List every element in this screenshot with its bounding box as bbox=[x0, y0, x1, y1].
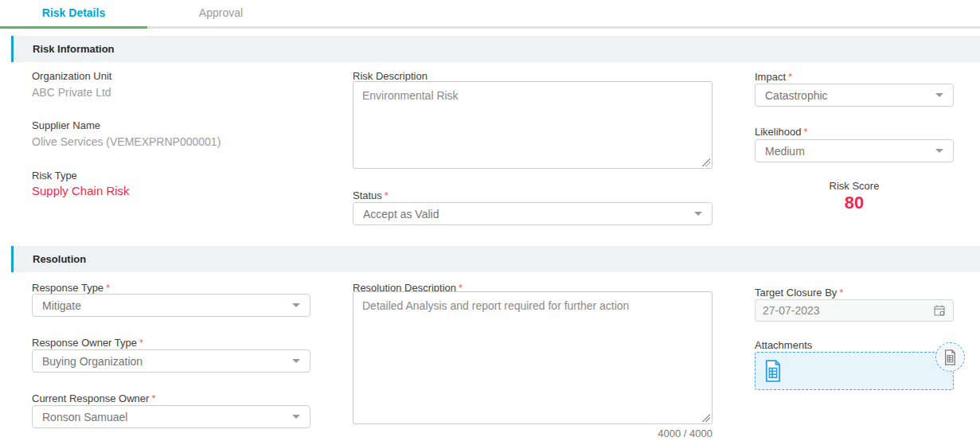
status-label-row: Status* bbox=[353, 188, 388, 202]
impact-select[interactable]: Catastrophic bbox=[755, 84, 954, 107]
tab-approval[interactable]: Approval bbox=[147, 0, 295, 26]
char-counter: 4000 / 4000 bbox=[353, 427, 713, 439]
attached-document-icon[interactable] bbox=[763, 360, 783, 382]
impact-selected-value: Catastrophic bbox=[765, 89, 828, 102]
tab-risk-details[interactable]: Risk Details bbox=[0, 0, 147, 29]
response-type-select[interactable]: Mitigate bbox=[32, 294, 310, 317]
likelihood-label: Likelihood bbox=[755, 126, 802, 138]
supplier-name-label: Supplier Name bbox=[32, 119, 100, 131]
target-closure-by-date-input[interactable]: 27-07-2023 bbox=[755, 299, 954, 322]
target-closure-by-value: 27-07-2023 bbox=[763, 304, 820, 317]
organization-unit-label: Organization Unit bbox=[32, 70, 111, 82]
response-owner-type-label-row: Response Owner Type* bbox=[32, 335, 143, 349]
status-selected-value: Accept as Valid bbox=[363, 208, 439, 220]
risk-type-value: Supply Chain Risk bbox=[32, 184, 130, 197]
section-title: Resolution bbox=[33, 253, 86, 265]
status-label: Status bbox=[353, 189, 382, 201]
current-response-owner-label: Current Response Owner bbox=[32, 392, 149, 404]
resize-handle-icon[interactable] bbox=[702, 414, 710, 422]
impact-label: Impact bbox=[755, 71, 786, 83]
chevron-down-icon bbox=[292, 415, 300, 419]
supplier-name-value: Olive Services (VEMEXPRNP000001) bbox=[32, 135, 221, 148]
chevron-down-icon bbox=[935, 93, 943, 97]
required-asterisk: * bbox=[804, 126, 808, 138]
tab-bar: Risk Details Approval bbox=[0, 0, 980, 29]
resolution-description-textarea[interactable]: Detailed Analysis and report required fo… bbox=[353, 292, 712, 423]
response-type-selected-value: Mitigate bbox=[42, 299, 81, 312]
risk-score-value: 80 bbox=[755, 193, 954, 213]
current-response-owner-select[interactable]: Ronson Samuael bbox=[32, 405, 310, 428]
add-attachment-badge[interactable] bbox=[935, 342, 965, 372]
response-type-label: Response Type bbox=[32, 282, 103, 294]
response-type-label-row: Response Type* bbox=[32, 280, 110, 295]
required-asterisk: * bbox=[385, 189, 388, 201]
section-header-resolution: Resolution bbox=[11, 246, 980, 272]
required-asterisk: * bbox=[151, 392, 155, 404]
chevron-down-icon bbox=[694, 212, 702, 216]
chevron-down-icon bbox=[935, 149, 943, 153]
risk-type-label: Risk Type bbox=[32, 170, 77, 181]
chevron-down-icon bbox=[292, 359, 300, 363]
impact-label-row: Impact* bbox=[755, 69, 792, 84]
tab-risk-details-label: Risk Details bbox=[42, 6, 105, 19]
attachments-dropzone[interactable] bbox=[755, 352, 954, 390]
target-closure-by-label-row: Target Closure By* bbox=[755, 285, 843, 299]
calendar-icon[interactable] bbox=[933, 304, 946, 317]
required-asterisk: * bbox=[839, 287, 843, 299]
current-response-owner-label-row: Current Response Owner* bbox=[32, 391, 155, 405]
section-header-risk-information: Risk Information bbox=[11, 36, 980, 62]
resize-handle-icon[interactable] bbox=[702, 158, 710, 166]
risk-description-field: Environmental Risk bbox=[353, 81, 713, 169]
target-closure-by-label: Target Closure By bbox=[755, 287, 837, 299]
required-asterisk: * bbox=[139, 337, 143, 349]
tab-approval-label: Approval bbox=[199, 6, 243, 19]
risk-score-label: Risk Score bbox=[755, 180, 954, 192]
required-asterisk: * bbox=[788, 71, 792, 83]
section-title: Risk Information bbox=[33, 43, 115, 55]
response-owner-type-label: Response Owner Type bbox=[32, 337, 137, 349]
resolution-description-field: Detailed Analysis and report required fo… bbox=[353, 291, 713, 424]
likelihood-select[interactable]: Medium bbox=[755, 139, 954, 162]
document-icon bbox=[943, 349, 957, 365]
risk-details-page: Risk Details Approval Risk Information O… bbox=[0, 0, 980, 441]
chevron-down-icon bbox=[292, 303, 300, 307]
risk-description-textarea[interactable]: Environmental Risk bbox=[353, 82, 712, 168]
required-asterisk: * bbox=[106, 282, 110, 294]
status-select[interactable]: Accept as Valid bbox=[353, 202, 713, 225]
response-owner-type-selected-value: Buying Organization bbox=[42, 355, 143, 368]
likelihood-label-row: Likelihood* bbox=[755, 124, 808, 139]
likelihood-selected-value: Medium bbox=[765, 145, 805, 158]
attachments-label: Attachments bbox=[755, 339, 812, 351]
current-response-owner-selected-value: Ronson Samuael bbox=[42, 411, 127, 423]
risk-description-label: Risk Description bbox=[353, 70, 428, 82]
organization-unit-value: ABC Private Ltd bbox=[32, 86, 111, 99]
response-owner-type-select[interactable]: Buying Organization bbox=[32, 349, 310, 373]
